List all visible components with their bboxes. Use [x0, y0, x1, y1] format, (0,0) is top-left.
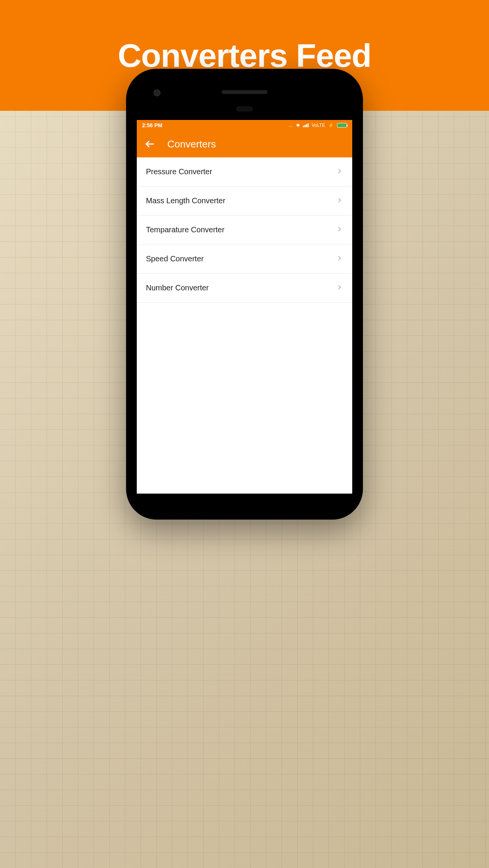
bluetooth-icon: ✱ — [296, 123, 300, 128]
signal-icon — [303, 123, 309, 127]
overflow-dots-icon: … — [288, 123, 293, 128]
charging-icon: ⚡ — [328, 123, 334, 128]
phone-camera — [154, 89, 160, 96]
list-item-label: Temparature Converter — [146, 225, 225, 234]
chevron-right-icon — [336, 226, 343, 234]
list-item-pressure[interactable]: Pressure Converter — [137, 157, 352, 186]
phone-screen: 2:56 PM … ✱ VoLTE ⚡ — [137, 120, 352, 494]
list-item-label: Speed Converter — [146, 254, 204, 263]
battery-icon — [337, 123, 347, 128]
list-item-temperature[interactable]: Temparature Converter — [137, 215, 352, 245]
phone-speaker — [222, 90, 267, 94]
status-right: … ✱ VoLTE ⚡ — [288, 123, 347, 128]
arrow-left-icon — [144, 139, 155, 149]
chevron-right-icon — [336, 197, 343, 205]
list-item-label: Mass Length Converter — [146, 196, 225, 205]
phone-sensor — [236, 106, 253, 112]
status-time: 2:56 PM — [142, 122, 162, 128]
back-button[interactable] — [144, 139, 155, 149]
converters-list: Pressure Converter Mass Length Converter… — [137, 157, 352, 303]
chevron-right-icon — [336, 168, 343, 176]
network-label: VoLTE — [312, 123, 325, 128]
app-bar: Converters — [137, 131, 352, 157]
list-item-label: Number Converter — [146, 283, 209, 292]
phone-frame: 2:56 PM … ✱ VoLTE ⚡ — [126, 69, 363, 520]
list-item-label: Pressure Converter — [146, 167, 212, 176]
list-item-speed[interactable]: Speed Converter — [137, 245, 352, 274]
status-bar: 2:56 PM … ✱ VoLTE ⚡ — [137, 120, 352, 131]
list-item-mass-length[interactable]: Mass Length Converter — [137, 186, 352, 215]
app-title: Converters — [167, 138, 216, 150]
chevron-right-icon — [336, 255, 343, 263]
list-item-number[interactable]: Number Converter — [137, 274, 352, 303]
chevron-right-icon — [336, 284, 343, 292]
